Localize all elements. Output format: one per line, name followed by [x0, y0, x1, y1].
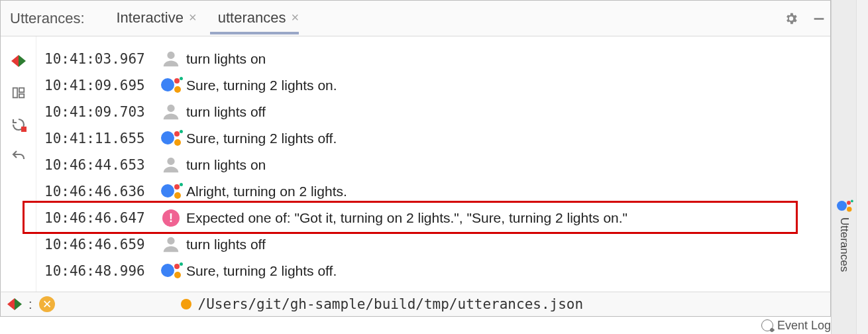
svg-point-7	[167, 237, 174, 245]
event-log-button[interactable]: Event Log	[761, 317, 831, 334]
svg-rect-3	[19, 94, 23, 98]
user-icon	[161, 49, 181, 69]
assistant-icon	[161, 76, 181, 95]
tool-icon-column	[1, 36, 36, 304]
log-row[interactable]: 10:46:46.647!Expected one of: "Got it, t…	[39, 205, 830, 231]
error-icon: !	[161, 208, 181, 228]
log-row[interactable]: 10:41:03.967turn lights on	[39, 46, 830, 72]
timestamp: 10:41:11.655	[44, 131, 156, 146]
rerun-icon[interactable]	[10, 116, 27, 133]
speech-bubble-icon	[761, 319, 773, 331]
user-icon	[161, 235, 181, 254]
log-row[interactable]: 10:46:46.659turn lights off	[39, 231, 830, 258]
status-path: /Users/git/gh-sample/build/tmp/utterance…	[198, 296, 584, 312]
assistant-icon	[161, 129, 181, 148]
svg-rect-2	[19, 88, 23, 92]
timestamp: 10:41:03.967	[44, 51, 156, 67]
log-message: Sure, turning 2 lights off.	[186, 263, 337, 279]
tab-label: Interactive	[117, 9, 184, 27]
vertical-scrollbar[interactable]	[856, 0, 868, 334]
log-message: Sure, turning 2 lights off.	[186, 131, 337, 146]
tab-interactive[interactable]: Interactive ×	[109, 4, 205, 33]
log-message: turn lights on	[186, 157, 266, 173]
undo-icon[interactable]	[10, 148, 27, 165]
run-compare-icon[interactable]	[7, 298, 22, 310]
svg-point-4	[167, 52, 174, 59]
log-message: turn lights off	[186, 104, 266, 120]
close-icon[interactable]: ×	[189, 10, 197, 25]
timestamp: 10:41:09.695	[44, 78, 156, 93]
status-bar: : ✕ /Users/git/gh-sample/build/tmp/utter…	[0, 292, 831, 317]
gear-icon[interactable]	[780, 7, 802, 30]
tab-bar: Utterances: Interactive × utterances ×	[1, 1, 830, 36]
assistant-icon	[161, 182, 181, 201]
tab-label: utterances	[218, 9, 286, 27]
log-row[interactable]: 10:46:46.636Alright, turning on 2 lights…	[39, 178, 830, 205]
svg-point-6	[167, 158, 174, 165]
svg-point-5	[167, 105, 174, 112]
run-compare-icon[interactable]	[10, 52, 27, 70]
event-log-label: Event Log	[777, 319, 831, 333]
svg-rect-1	[13, 88, 17, 98]
user-icon	[161, 102, 181, 122]
log-row[interactable]: 10:41:09.695Sure, turning 2 lights on.	[39, 72, 830, 99]
log-row[interactable]: 10:41:11.655Sure, turning 2 lights off.	[39, 125, 830, 152]
minimize-icon[interactable]	[808, 7, 830, 30]
layout-icon[interactable]	[10, 84, 27, 101]
log-message: Alright, turning on 2 lights.	[186, 184, 347, 199]
log-row[interactable]: 10:46:48.996Sure, turning 2 lights off.	[39, 258, 830, 284]
log-message: turn lights off	[186, 237, 266, 252]
panel-body: 10:41:03.967turn lights on10:41:09.695Su…	[1, 36, 830, 304]
assistant-icon	[161, 261, 181, 281]
timestamp: 10:46:46.647	[44, 210, 156, 226]
timestamp: 10:46:46.659	[44, 237, 156, 252]
close-icon[interactable]: ×	[291, 10, 299, 25]
right-tool-window-stripe: Utterances	[831, 0, 856, 334]
assistant-icon[interactable]	[837, 199, 851, 213]
log-message: turn lights on	[186, 51, 266, 67]
log-area[interactable]: 10:41:03.967turn lights on10:41:09.695Su…	[36, 36, 830, 304]
panel-title: Utterances:	[10, 10, 85, 27]
right-sidebar-label[interactable]: Utterances	[838, 217, 851, 272]
cancel-icon[interactable]: ✕	[39, 296, 55, 312]
tab-utterances[interactable]: utterances ×	[210, 4, 307, 33]
timestamp: 10:41:09.703	[44, 104, 156, 120]
log-message: Sure, turning 2 lights on.	[186, 78, 337, 93]
warning-dot-icon	[181, 299, 191, 309]
log-row[interactable]: 10:41:09.703turn lights off	[39, 99, 830, 125]
status-colon: :	[28, 297, 32, 312]
timestamp: 10:46:44.653	[44, 157, 156, 173]
svg-rect-0	[814, 18, 824, 20]
timestamp: 10:46:48.996	[44, 263, 156, 279]
timestamp: 10:46:46.636	[44, 184, 156, 199]
log-message: Expected one of: "Got it, turning on 2 l…	[186, 210, 627, 226]
utterances-panel: Utterances: Interactive × utterances ×	[0, 0, 831, 305]
log-row[interactable]: 10:46:44.653turn lights on	[39, 152, 830, 178]
user-icon	[161, 155, 181, 175]
